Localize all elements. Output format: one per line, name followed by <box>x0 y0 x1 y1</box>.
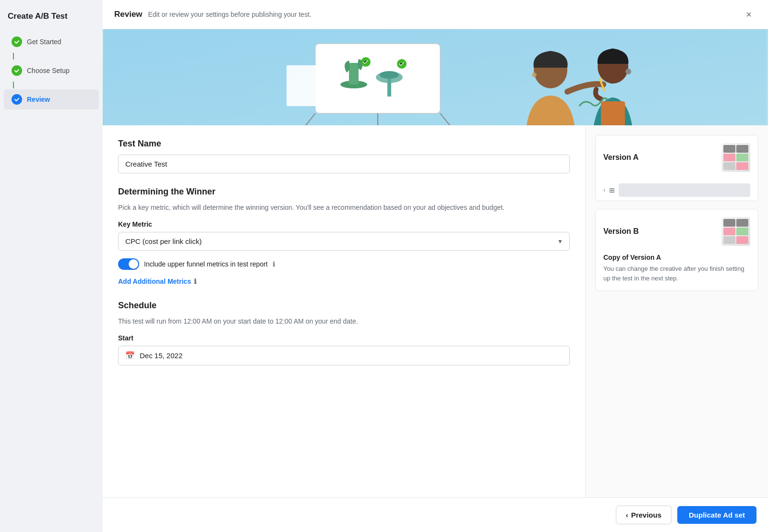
version-a-grid-icon: ⊞ <box>609 186 615 194</box>
version-b-card: Version B <box>595 209 758 291</box>
add-metrics-info-icon[interactable]: ℹ <box>194 278 196 285</box>
duplicate-adset-button[interactable]: Duplicate Ad set <box>677 506 756 524</box>
version-b-name: Copy of Version A <box>603 254 750 261</box>
add-metrics-label: Add Additional Metrics <box>118 278 191 285</box>
header-subtitle: Edit or review your settings before publ… <box>148 11 312 18</box>
version-b-description: You can change the creative after you fi… <box>603 264 750 283</box>
toggle-label: Include upper funnel metrics in test rep… <box>144 260 268 268</box>
close-button[interactable]: × <box>741 7 756 22</box>
check-icon-choose-setup <box>12 65 22 76</box>
left-panel: Test Name Determining the Winner Pick a … <box>103 125 586 497</box>
sidebar-connector-2 <box>13 82 14 88</box>
version-b-body: Copy of Version A You can change the cre… <box>596 254 758 290</box>
calendar-icon: 📅 <box>125 351 135 360</box>
svg-point-15 <box>532 73 537 77</box>
winner-title: Determining the Winner <box>118 187 570 197</box>
content-area: Test Name Determining the Winner Pick a … <box>103 125 768 497</box>
svg-rect-19 <box>601 101 625 125</box>
add-metrics-link[interactable]: Add Additional Metrics ℹ <box>118 278 570 285</box>
right-panel: Version A <box>586 125 768 497</box>
key-metric-select[interactable]: CPC (cost per link click) CPM (cost per … <box>118 232 570 251</box>
version-a-bar <box>619 183 750 197</box>
check-icon-review <box>12 94 22 105</box>
sidebar-item-label-review: Review <box>27 96 50 103</box>
header: Review Edit or review your settings befo… <box>103 0 768 29</box>
sidebar-item-choose-setup[interactable]: Choose Setup <box>4 60 99 81</box>
version-a-thumbnail <box>721 143 750 172</box>
sidebar-connector-1 <box>13 53 14 60</box>
version-a-title: Version A <box>603 153 638 162</box>
main-content: Review Edit or review your settings befo… <box>103 0 768 532</box>
schedule-section: Schedule This test will run from 12:00 A… <box>118 301 570 365</box>
previous-button[interactable]: ‹ Previous <box>616 506 672 524</box>
test-name-label: Test Name <box>118 139 570 149</box>
banner <box>103 29 768 125</box>
start-date-value: Dec 15, 2022 <box>140 351 182 360</box>
winner-description: Pick a key metric, which will determine … <box>118 203 570 213</box>
version-b-thumbnail <box>721 217 750 246</box>
header-left: Review Edit or review your settings befo… <box>114 10 312 19</box>
start-date-picker[interactable]: 📅 Dec 15, 2022 <box>118 346 570 365</box>
sidebar-item-label-get-started: Get Started <box>27 38 61 46</box>
schedule-description: This test will run from 12:00 AM on your… <box>118 316 570 326</box>
sidebar-item-review[interactable]: Review <box>4 89 99 109</box>
toggle-row: Include upper funnel metrics in test rep… <box>118 258 570 270</box>
version-b-title: Version B <box>603 227 639 236</box>
winner-divider: Determining the Winner Pick a key metric… <box>118 187 570 285</box>
header-title: Review <box>114 10 143 19</box>
sidebar-title: Create A/B Test <box>0 8 103 31</box>
svg-point-8 <box>380 71 399 79</box>
version-b-header: Version B <box>596 209 758 254</box>
schedule-title: Schedule <box>118 301 570 311</box>
toggle-info-icon[interactable]: ℹ <box>273 260 275 268</box>
version-a-expand-arrow[interactable]: › <box>603 187 605 193</box>
duplicate-label: Duplicate Ad set <box>689 511 745 519</box>
version-a-card: Version A <box>595 135 758 201</box>
sidebar-item-label-choose-setup: Choose Setup <box>27 67 70 74</box>
previous-label: Previous <box>631 511 661 519</box>
svg-point-18 <box>625 69 631 74</box>
test-name-input[interactable] <box>118 155 570 173</box>
previous-arrow-icon: ‹ <box>626 511 628 519</box>
version-a-header: Version A <box>596 135 758 180</box>
key-metric-label: Key Metric <box>118 220 570 228</box>
key-metric-wrapper: CPC (cost per link click) CPM (cost per … <box>118 232 570 251</box>
version-a-expand-row: › ⊞ <box>596 180 758 201</box>
upper-funnel-toggle[interactable] <box>118 258 139 270</box>
start-label: Start <box>118 334 570 342</box>
svg-rect-4 <box>349 63 359 85</box>
sidebar-item-get-started[interactable]: Get Started <box>4 32 99 52</box>
check-icon-get-started <box>12 36 22 47</box>
svg-rect-13 <box>287 65 318 106</box>
footer: ‹ Previous Duplicate Ad set <box>103 497 768 532</box>
sidebar: Create A/B Test Get Started Choose Setup… <box>0 0 103 532</box>
